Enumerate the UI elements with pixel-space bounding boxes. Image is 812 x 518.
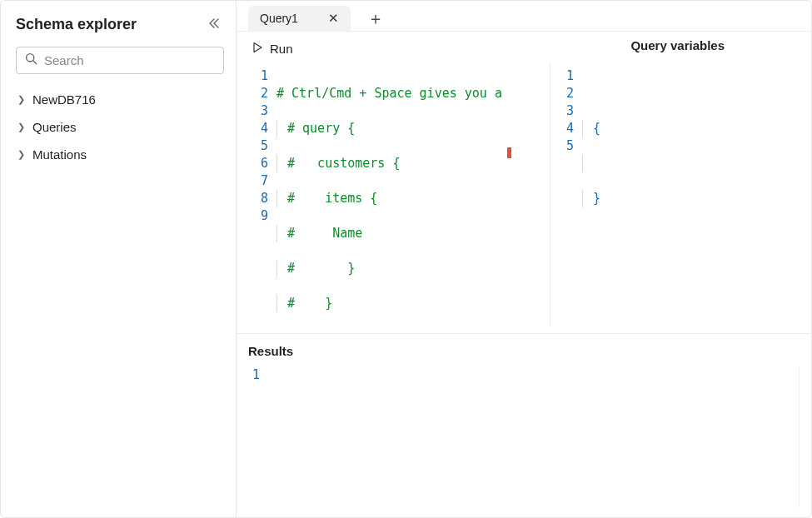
code-line: # customers { xyxy=(287,156,400,171)
results-editor[interactable]: 1 xyxy=(248,366,800,507)
play-icon xyxy=(252,42,263,56)
variables-editor[interactable]: 12345 { } xyxy=(550,62,800,326)
results-body[interactable] xyxy=(268,366,800,507)
sidebar-item-newdb716[interactable]: ❯ NewDB716 xyxy=(16,86,224,113)
run-label: Run xyxy=(270,42,293,56)
close-icon[interactable]: ✕ xyxy=(328,11,339,26)
tab-label: Query1 xyxy=(260,12,298,25)
main-panel: Query1 ✕ ＋ Run Query variables xyxy=(237,1,811,517)
code-line: # } xyxy=(287,296,332,311)
line-number: 1 xyxy=(252,366,260,384)
search-box[interactable] xyxy=(16,47,224,74)
chevron-right-icon: ❯ xyxy=(17,94,26,105)
search-input[interactable] xyxy=(44,53,215,67)
code-line: { xyxy=(593,121,600,136)
variables-editor-gutter: 12345 xyxy=(554,62,582,326)
tab-bar: Query1 ✕ ＋ xyxy=(237,1,811,32)
tab-query1[interactable]: Query1 ✕ xyxy=(248,6,351,31)
results-panel: Results 1 xyxy=(237,334,811,517)
code-line: # Name xyxy=(287,226,362,241)
cursor-indicator xyxy=(507,147,511,158)
plus-icon: ＋ xyxy=(367,9,384,27)
sidebar-item-label: Mutations xyxy=(32,147,87,162)
run-button[interactable]: Run xyxy=(248,38,296,59)
toolbar: Run Query variables xyxy=(237,32,811,62)
sidebar-item-label: NewDB716 xyxy=(32,92,96,107)
query-variables-title: Query variables xyxy=(630,38,800,52)
chevron-right-icon: ❯ xyxy=(17,149,26,160)
results-gutter: 1 xyxy=(248,366,268,507)
code-line: # } xyxy=(287,261,355,276)
query-editor-gutter: 123456789 xyxy=(248,62,276,326)
editors-container: 123456789 # Ctrl/Cmd + Space gives you a… xyxy=(237,62,811,334)
code-line: # Ctrl/Cmd + Space gives you a xyxy=(276,86,502,101)
sidebar-item-queries[interactable]: ❯ Queries xyxy=(16,113,224,141)
search-icon xyxy=(25,52,37,68)
variables-editor-code[interactable]: { } xyxy=(582,62,642,326)
sidebar-item-label: Queries xyxy=(32,120,77,134)
query-editor-code[interactable]: # Ctrl/Cmd + Space gives you a # query {… xyxy=(276,62,502,326)
chevron-right-icon: ❯ xyxy=(17,122,26,132)
sidebar-item-mutations[interactable]: ❯ Mutations xyxy=(16,141,224,168)
sidebar-title: Schema explorer xyxy=(16,16,137,33)
new-tab-button[interactable]: ＋ xyxy=(361,7,391,30)
code-line: # query { xyxy=(287,121,355,136)
query-editor[interactable]: 123456789 # Ctrl/Cmd + Space gives you a… xyxy=(248,62,545,326)
svg-line-1 xyxy=(33,61,37,64)
results-title: Results xyxy=(248,344,800,358)
app-root: Schema explorer ❯ NewDB716 ❯ Queries ❯ M… xyxy=(0,0,812,518)
code-line: # items { xyxy=(287,191,377,206)
schema-explorer-sidebar: Schema explorer ❯ NewDB716 ❯ Queries ❯ M… xyxy=(1,1,237,517)
sidebar-header: Schema explorer xyxy=(16,16,224,33)
code-line: } xyxy=(593,191,600,206)
collapse-icon[interactable] xyxy=(204,16,224,33)
